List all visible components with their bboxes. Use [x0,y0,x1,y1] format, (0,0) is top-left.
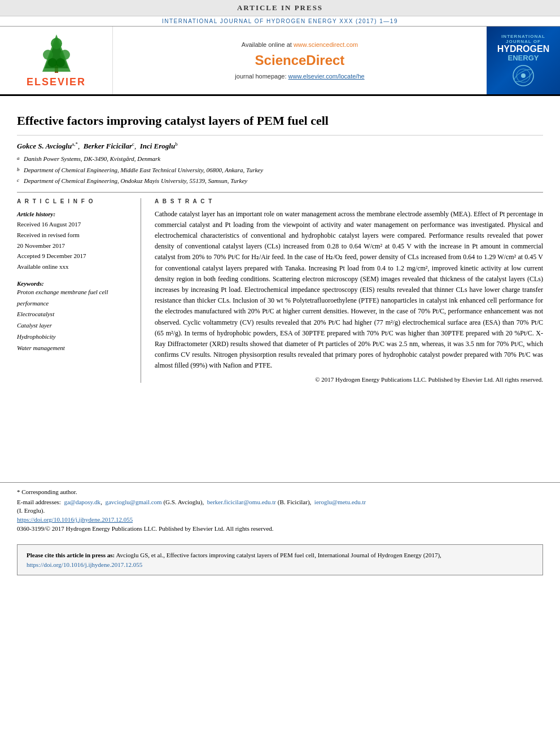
history-received: Received 16 August 2017 [17,219,132,230]
citation-doi-link[interactable]: https://doi.org/10.1016/j.ijhydene.2017.… [27,561,142,568]
article-info-col: A R T I C L E I N F O Article history: R… [17,198,141,383]
white-spacer [0,392,560,482]
elsevier-icon: ELSEVIER [27,33,86,88]
article-history: Article history: Received 16 August 2017… [17,209,132,272]
svg-point-10 [521,73,526,78]
footer-section: * Corresponding author. E-mail addresses… [0,482,560,538]
email-berker[interactable]: berker.ficicilar@omu.edu.tr [207,499,276,505]
sciencedirect-url[interactable]: www.sciencedirect.com [294,41,358,48]
email-line: E-mail addresses: ga@daposy.dk, gavciogl… [17,497,543,508]
history-accepted: Accepted 9 December 2017 [17,251,132,261]
author-b-sup: c [132,141,134,147]
affil-a-sup: a [17,154,23,162]
history-revised-date: 20 November 2017 [17,241,132,251]
article-in-press-banner: ARTICLE IN PRESS [0,0,560,16]
keyword-5: Water management [17,343,132,354]
email-prefix: E-mail addresses: [17,499,61,505]
journal-header-line: INTERNATIONAL JOURNAL OF HYDROGEN ENERGY… [0,16,560,27]
affil-b-text: Department of Chemical Engineering, Midd… [24,165,263,176]
email-eroglu-name: (I. Eroglu). [17,507,543,514]
corresponding-label: * Corresponding author. [17,488,543,495]
sciencedirect-logo: ScienceDirect [255,53,345,68]
citation-box: Please cite this article in press as: Av… [17,544,543,575]
elsevier-wordmark: ELSEVIER [27,76,86,88]
affiliation-b: b Department of Chemical Engineering, Mi… [17,165,543,176]
article-info-header: A R T I C L E I N F O [17,198,132,204]
history-available: Available online xxx [17,261,132,272]
hydrogen-word: HYDROGEN [497,44,549,54]
affil-a-text: Danish Power Systems, DK-3490, Kvistgård… [24,154,160,164]
author-c-name: Inci Eroglu [140,142,176,150]
author-b-name: Berker Ficicilar [84,142,132,150]
citation-please: Please cite this article in press as: [27,552,115,558]
main-content: Effective factors improving catalyst lay… [0,96,560,392]
citation-text: Avcioglu GS, et al., Effective factors i… [116,552,441,558]
hydrogen-energy-journal-label: INTERNATIONAL JOURNAL OF [491,34,555,44]
elsevier-logo-box: ELSEVIER [0,27,113,94]
journal-homepage-link[interactable]: www.elsevier.com/locate/he [288,73,365,80]
affiliation-c: c Department of Chemical Engineering, On… [17,176,543,186]
available-online-text: Available online at www.sciencedirect.co… [242,41,358,48]
copyright-line: © 2017 Hydrogen Energy Publications LLC.… [155,376,543,383]
author-a-name: Gokce S. Avcioglu [17,142,72,150]
svg-point-7 [56,58,65,67]
email-gavc[interactable]: gavcioglu@gmail.com [105,499,161,505]
rights-line: 0360-3199/© 2017 Hydrogen Energy Publica… [17,525,543,532]
history-revised-label: Received in revised form [17,230,132,241]
energy-word: ENERGY [508,54,539,62]
svg-point-3 [51,38,62,49]
authors-line: Gokce S. Avcioglua,*, Berker Ficicilarc,… [17,141,543,151]
affiliation-a: a Danish Power Systems, DK-3490, Kvistgå… [17,154,543,164]
abstract-text: Cathode catalyst layer has an important … [155,209,543,372]
affil-b-sup: b [17,165,23,173]
email-ga[interactable]: ga@daposy.dk [64,499,100,505]
hydrogen-energy-box: INTERNATIONAL JOURNAL OF HYDROGEN ENERGY [487,27,560,94]
keyword-1: Proton exchange membrane fuel cell perfo… [17,287,132,309]
keywords-label: Keywords: [17,280,132,287]
affil-c-text: Department of Chemical Engineering, Ondo… [24,176,247,186]
svg-point-6 [48,58,57,67]
keyword-4: Hydrophobicity [17,331,132,343]
hydrogen-energy-icon [506,64,540,87]
sciencedirect-center: Available online at www.sciencedirect.co… [113,27,487,94]
keywords-section: Keywords: Proton exchange membrane fuel … [17,280,132,354]
keyword-2: Electrocatalyst [17,309,132,320]
journal-homepage-text: journal homepage: www.elsevier.com/locat… [235,73,364,80]
keyword-3: Catalyst layer [17,320,132,331]
elsevier-tree-svg [31,33,82,73]
email-ieroglu[interactable]: ieroglu@metu.edu.tr [314,499,366,505]
abstract-header: A B S T R A C T [155,198,543,204]
two-col-section: A R T I C L E I N F O Article history: R… [17,192,543,383]
history-label: Article history: [17,209,132,220]
author-a-sup: a,* [72,141,78,147]
author-c-sup: b [175,141,178,147]
doi-link[interactable]: https://doi.org/10.1016/j.ijhydene.2017.… [17,516,543,523]
paper-title: Effective factors improving catalyst lay… [17,113,543,136]
affiliations: a Danish Power Systems, DK-3490, Kvistgå… [17,154,543,186]
journal-header: ELSEVIER Available online at www.science… [0,27,560,96]
affil-c-sup: c [17,176,23,184]
abstract-col: A B S T R A C T Cathode catalyst layer h… [155,198,543,383]
